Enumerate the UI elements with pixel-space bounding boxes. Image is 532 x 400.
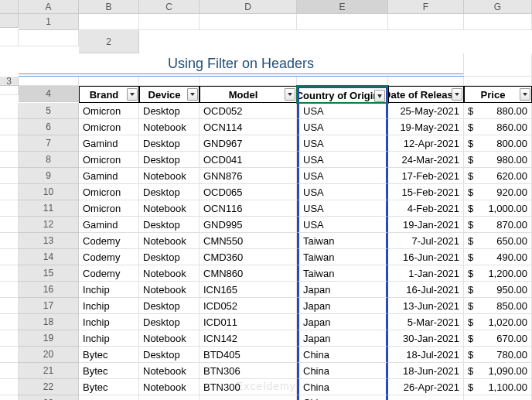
- cell-country[interactable]: USA: [297, 119, 388, 135]
- row-header-16[interactable]: 16: [19, 282, 79, 298]
- cell-brand[interactable]: Gamind: [79, 168, 139, 184]
- cell-device[interactable]: Notebook: [139, 168, 200, 184]
- cell-device[interactable]: Desktop: [139, 135, 200, 152]
- cell-model[interactable]: OCD065: [200, 184, 297, 200]
- cell-country[interactable]: USA: [297, 152, 388, 168]
- row-header-7[interactable]: 7: [19, 135, 79, 152]
- cell-country[interactable]: Taiwan: [297, 249, 388, 265]
- header-model[interactable]: Model: [200, 86, 297, 103]
- cell-country[interactable]: Japan: [297, 314, 388, 330]
- cell-brand[interactable]: Omicron: [79, 200, 139, 217]
- cell-price[interactable]: $850.00: [464, 298, 532, 314]
- cell-country[interactable]: China: [297, 363, 388, 379]
- cell-country[interactable]: USA: [297, 184, 388, 200]
- cell-brand[interactable]: Inchip: [79, 314, 139, 330]
- cell-brand[interactable]: Inchip: [79, 282, 139, 298]
- header-country[interactable]: Country of Origin: [297, 86, 388, 103]
- cell-date[interactable]: 26-Apr-2021: [388, 379, 464, 395]
- cell-device[interactable]: Desktop: [139, 217, 200, 233]
- cell-model[interactable]: BTN300: [200, 379, 297, 395]
- cell-country[interactable]: USA: [297, 168, 388, 184]
- cell-price[interactable]: $1,020.00: [464, 314, 532, 330]
- cell-brand[interactable]: Omicron: [79, 119, 139, 135]
- cell-device[interactable]: Desktop: [139, 103, 200, 119]
- cell-date[interactable]: 6-Mar-2021: [388, 395, 464, 400]
- cell-model[interactable]: CMN550: [200, 233, 297, 249]
- cell-price[interactable]: $1,200.00: [464, 265, 532, 282]
- cell-brand[interactable]: Inchip: [79, 298, 139, 314]
- cell-brand[interactable]: Omicron: [79, 152, 139, 168]
- cell-device[interactable]: Desktop: [139, 152, 200, 168]
- cell-date[interactable]: 17-Feb-2021: [388, 168, 464, 184]
- cell-brand[interactable]: Omicron: [79, 184, 139, 200]
- row-header-8[interactable]: 8: [19, 152, 79, 168]
- filter-button-brand[interactable]: [127, 88, 138, 101]
- cell-date[interactable]: 15-Feb-2021: [388, 184, 464, 200]
- cell-country[interactable]: China: [297, 379, 388, 395]
- cell-date[interactable]: 18-Jul-2021: [388, 347, 464, 363]
- cell-country[interactable]: USA: [297, 217, 388, 233]
- cell-date[interactable]: 1-Jan-2021: [388, 265, 464, 282]
- header-price[interactable]: Price: [464, 86, 532, 103]
- row-header-5[interactable]: 5: [19, 103, 79, 119]
- cell-device[interactable]: Notebook: [139, 200, 200, 217]
- cell-model[interactable]: ICD011: [200, 314, 297, 330]
- cell-device[interactable]: Desktop: [139, 298, 200, 314]
- cell-country[interactable]: USA: [297, 135, 388, 152]
- cell-model[interactable]: ICD052: [200, 298, 297, 314]
- cell-price[interactable]: $950.00: [464, 282, 532, 298]
- row-header-20[interactable]: 20: [19, 347, 79, 363]
- row-header-11[interactable]: 11: [19, 200, 79, 217]
- row-header-1[interactable]: 1: [19, 14, 79, 30]
- cell-device[interactable]: Desktop: [139, 184, 200, 200]
- header-brand[interactable]: Brand: [79, 86, 139, 103]
- cell-device[interactable]: Desktop: [139, 314, 200, 330]
- cell-brand[interactable]: Codemy: [79, 233, 139, 249]
- filter-button-country[interactable]: [374, 90, 385, 102]
- row-header-3[interactable]: 3: [0, 77, 19, 86]
- cell-date[interactable]: 12-Apr-2021: [388, 135, 464, 152]
- filter-button-price[interactable]: [520, 88, 530, 101]
- cell-model[interactable]: OCN114: [200, 119, 297, 135]
- row-header-15[interactable]: 15: [19, 265, 79, 282]
- select-all-corner[interactable]: [0, 0, 19, 14]
- cell-brand[interactable]: Codemy: [79, 265, 139, 282]
- cell-country[interactable]: Japan: [297, 330, 388, 347]
- cell-model[interactable]: GNN876: [200, 168, 297, 184]
- cell-price[interactable]: $620.00: [464, 168, 532, 184]
- cell-device[interactable]: Desktop: [139, 347, 200, 363]
- cell-price[interactable]: $1,090.00: [464, 363, 532, 379]
- col-header-F[interactable]: F: [388, 0, 464, 14]
- cell-model[interactable]: BTN306: [200, 363, 297, 379]
- cell-brand[interactable]: Bytec: [79, 363, 139, 379]
- cell-date[interactable]: 30-Jan-2021: [388, 330, 464, 347]
- row-header-18[interactable]: 18: [19, 314, 79, 330]
- cell-price[interactable]: $980.00: [464, 152, 532, 168]
- cell-model[interactable]: ICN142: [200, 330, 297, 347]
- cell-model[interactable]: GND995: [200, 217, 297, 233]
- cell-device[interactable]: Notebook: [139, 282, 200, 298]
- cell-date[interactable]: 5-Mar-2021: [388, 314, 464, 330]
- row-header-13[interactable]: 13: [19, 233, 79, 249]
- cell-price[interactable]: $670.00: [464, 330, 532, 347]
- row-header-14[interactable]: 14: [19, 249, 79, 265]
- cell-brand[interactable]: Bytec: [79, 347, 139, 363]
- cell-date[interactable]: 19-May-2021: [388, 119, 464, 135]
- cell-model[interactable]: OCD052: [200, 103, 297, 119]
- cell-price[interactable]: $490.00: [464, 249, 532, 265]
- cell-brand[interactable]: Bytec: [79, 379, 139, 395]
- cell-date[interactable]: 25-May-2021: [388, 103, 464, 119]
- cell-country[interactable]: Taiwan: [297, 233, 388, 249]
- cell-country[interactable]: Taiwan: [297, 265, 388, 282]
- col-header-A[interactable]: A: [19, 0, 79, 14]
- cell-device[interactable]: Notebook: [139, 119, 200, 135]
- cell-date[interactable]: 19-Jan-2021: [388, 217, 464, 233]
- filter-button-model[interactable]: [285, 88, 295, 101]
- cell-price[interactable]: $990.00: [464, 395, 532, 400]
- cell-date[interactable]: 4-Feb-2021: [388, 200, 464, 217]
- cell-price[interactable]: $1,000.00: [464, 200, 532, 217]
- cell-device[interactable]: Notebook: [139, 395, 200, 400]
- cell-device[interactable]: Notebook: [139, 233, 200, 249]
- cell-date[interactable]: 24-Mar-2021: [388, 152, 464, 168]
- cell-price[interactable]: $870.00: [464, 217, 532, 233]
